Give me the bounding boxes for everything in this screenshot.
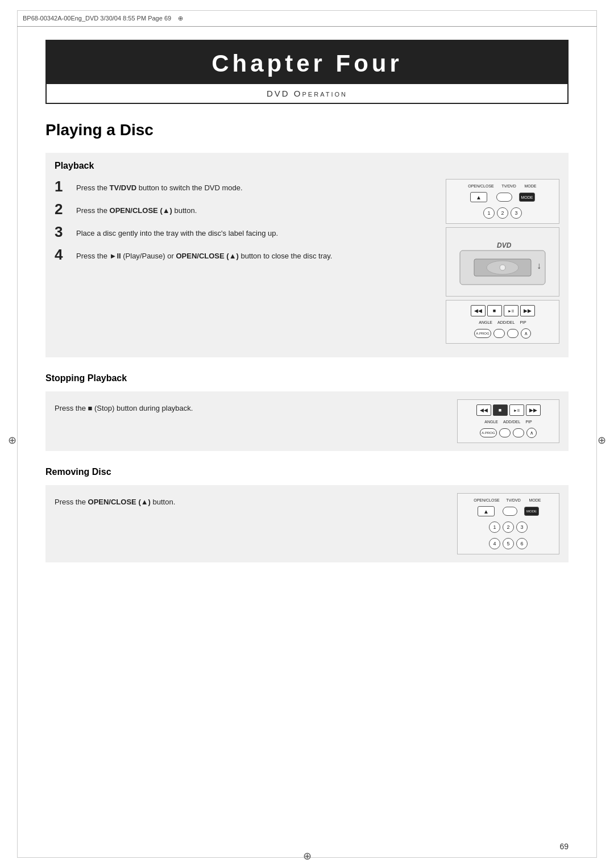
header-crosshair: ⊕	[176, 14, 185, 23]
r-mode-btn[interactable]: MODE	[524, 507, 539, 516]
step-3-number: 3	[55, 224, 70, 239]
step-1-number: 1	[55, 179, 70, 194]
stop-bold: ■	[88, 404, 93, 412]
s-bottom-labels: ANGLE ADD/DEL PIP	[484, 420, 532, 424]
stopping-content: Press the ■ (Stop) button during playbac…	[45, 391, 569, 451]
s-angle-prog-btn[interactable]: A.PROG	[480, 428, 497, 437]
r-top-btn-row: ▲ MODE	[478, 506, 539, 516]
stopping-text: Press the ■ (Stop) button during playbac…	[55, 399, 446, 414]
step-4: 4 Press the ►II (Play/Pause) or OPEN/CLO…	[55, 247, 434, 262]
s-pip-circle-btn[interactable]	[499, 428, 511, 437]
removing-section: Removing Disc Press the OPEN/CLOSE (▲) b…	[45, 467, 569, 562]
r-open-close-label: OPEN/CLOSE	[474, 498, 500, 502]
open-close-label: OPEN/CLOSE	[467, 184, 495, 188]
r-mode-label: MODE	[527, 498, 543, 502]
r-btn-6[interactable]: 6	[516, 538, 528, 549]
section-title: Playing a Disc	[45, 121, 569, 139]
r-btn-1[interactable]: 1	[489, 521, 500, 533]
steps-area: 1 Press the TV/DVD button to switch the …	[55, 179, 559, 344]
dvd-player-svg: DVD ↓	[457, 233, 548, 290]
page-number: 69	[559, 842, 569, 851]
pip-circle-btn[interactable]	[493, 329, 505, 338]
removing-content: Press the OPEN/CLOSE (▲) button. OPEN/CL…	[45, 485, 569, 562]
header-text: BP68-00342A-00Eng_DVD 3/30/04 8:55 PM Pa…	[23, 15, 171, 22]
tv-dvd-btn[interactable]	[496, 193, 512, 202]
r-tv-dvd-label: TV/DVD	[503, 498, 524, 502]
s-play-btn[interactable]: ►II	[509, 404, 524, 416]
left-crosshair: ⊕	[8, 434, 16, 446]
r-number-row2: 4 5 6	[489, 538, 528, 549]
remote-top-box: OPEN/CLOSE TV/DVD MODE ▲ MODE 1 2	[446, 179, 559, 224]
tv-dvd-label: TV/DVD	[499, 184, 519, 188]
add-del-label: ADD/DEL	[497, 320, 515, 324]
s-bottom-btn-row: A.PROG ∧	[480, 428, 537, 438]
step-2-text: Press the OPEN/CLOSE (▲) button.	[76, 202, 197, 216]
chapter-title: Chapter Four	[63, 50, 551, 77]
angle-prog-btn[interactable]: A.PROG	[474, 329, 491, 338]
step-1-text: Press the TV/DVD button to switch the DV…	[76, 179, 243, 194]
r-btn-3[interactable]: 3	[516, 521, 528, 533]
next-btn[interactable]: ▶▶	[520, 305, 535, 316]
s-next-btn[interactable]: ▶▶	[526, 404, 541, 416]
s-add-del-label: ADD/DEL	[503, 420, 520, 424]
stopping-remote: ◀◀ ■ ►II ▶▶ ANGLE ADD/DEL PIP A.PROG	[457, 399, 559, 443]
stopping-transport-row: ◀◀ ■ ►II ▶▶	[476, 404, 541, 416]
mode-label: MODE	[522, 184, 538, 188]
top-labels-row: OPEN/CLOSE TV/DVD MODE	[467, 184, 538, 188]
s-stop-btn[interactable]: ■	[493, 404, 508, 416]
svg-text:↓: ↓	[537, 261, 541, 270]
step-1-bold: TV/DVD	[110, 183, 137, 192]
r-top-labels-row: OPEN/CLOSE TV/DVD MODE	[474, 498, 543, 502]
stopping-heading: Stopping Playback	[45, 373, 569, 383]
s-prev-btn[interactable]: ◀◀	[476, 404, 491, 416]
eject-btn[interactable]: ▲	[470, 192, 487, 202]
step-4-text: Press the ►II (Play/Pause) or OPEN/CLOSE…	[76, 247, 332, 262]
removing-text: Press the OPEN/CLOSE (▲) button.	[55, 493, 446, 508]
step-3-text: Place a disc gently into the tray with t…	[76, 224, 278, 239]
steps-text: 1 Press the TV/DVD button to switch the …	[55, 179, 434, 344]
mode-btn[interactable]: MODE	[519, 193, 535, 202]
step-2: 2 Press the OPEN/CLOSE (▲) button.	[55, 202, 434, 216]
remote-illustrations: OPEN/CLOSE TV/DVD MODE ▲ MODE 1 2	[446, 179, 559, 344]
s-up-arrow-btn[interactable]: ∧	[526, 428, 537, 438]
angle-label: ANGLE	[479, 320, 492, 324]
btn-1[interactable]: 1	[483, 207, 495, 219]
r-btn-2[interactable]: 2	[503, 521, 514, 533]
right-crosshair: ⊕	[598, 434, 606, 446]
bottom-btn-row: A.PROG ∧	[474, 328, 531, 339]
up-arrow-btn[interactable]: ∧	[521, 328, 531, 339]
step-3: 3 Place a disc gently into the tray with…	[55, 224, 434, 239]
prev-btn[interactable]: ◀◀	[471, 305, 486, 316]
svg-text:DVD: DVD	[497, 241, 512, 249]
footer-crosshair: ⊕	[303, 850, 312, 862]
r-btn-5[interactable]: 5	[503, 538, 514, 549]
removing-heading: Removing Disc	[45, 467, 569, 477]
removing-remote: OPEN/CLOSE TV/DVD MODE ▲ MODE 1 2	[457, 493, 559, 554]
step-2-bold: OPEN/CLOSE (▲)	[110, 206, 172, 215]
btn-3[interactable]: 3	[511, 207, 522, 219]
chapter-banner: Chapter Four	[45, 40, 569, 84]
playback-heading: Playback	[55, 161, 559, 171]
number-btn-row: 1 2 3	[483, 207, 522, 219]
stopping-transport-box: ◀◀ ■ ►II ▶▶ ANGLE ADD/DEL PIP A.PROG	[457, 399, 559, 443]
stop-btn[interactable]: ■	[487, 305, 502, 316]
bottom-labels: ANGLE ADD/DEL PIP	[479, 320, 526, 324]
r-tv-dvd-btn[interactable]	[503, 507, 517, 516]
dvd-player-box: DVD ↓	[446, 227, 559, 297]
pip-circle2-btn[interactable]	[507, 329, 518, 338]
step-2-number: 2	[55, 202, 70, 216]
r-eject-btn[interactable]: ▲	[478, 506, 495, 516]
removing-top-box: OPEN/CLOSE TV/DVD MODE ▲ MODE 1 2	[457, 493, 559, 554]
s-angle-label: ANGLE	[484, 420, 498, 424]
r-btn-4[interactable]: 4	[489, 538, 500, 549]
play-pause-btn[interactable]: ►II	[504, 305, 518, 316]
top-btn-row: ▲ MODE	[470, 192, 535, 202]
step-1: 1 Press the TV/DVD button to switch the …	[55, 179, 434, 194]
s-pip-circle2-btn[interactable]	[513, 428, 524, 437]
stopping-section: Stopping Playback Press the ■ (Stop) but…	[45, 373, 569, 451]
transport-row: ◀◀ ■ ►II ▶▶	[471, 305, 535, 316]
step-4-number: 4	[55, 247, 70, 262]
pip-label: PIP	[520, 320, 526, 324]
btn-2[interactable]: 2	[497, 207, 508, 219]
step-4-bold2: OPEN/CLOSE (▲)	[176, 252, 238, 260]
